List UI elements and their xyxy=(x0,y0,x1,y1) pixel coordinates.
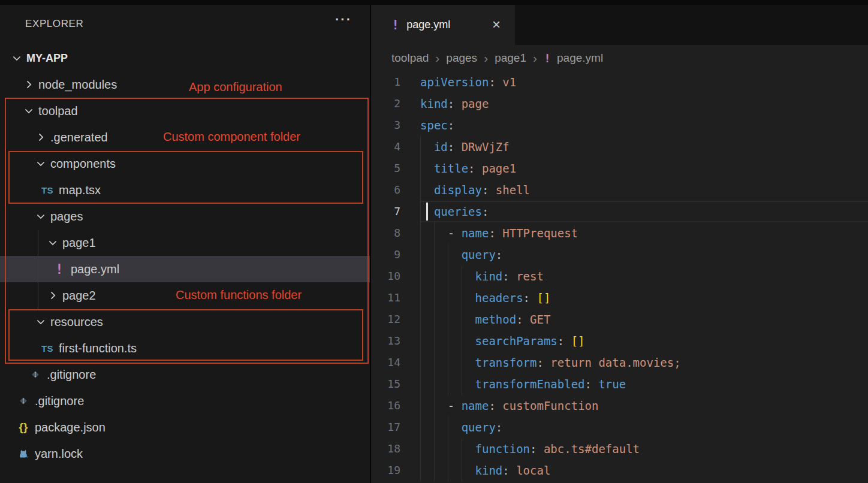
code-line-11: 11headers: [] xyxy=(372,287,868,309)
tree-item-toolpad[interactable]: toolpad xyxy=(0,98,370,124)
line-number[interactable]: 17 xyxy=(372,416,400,438)
code-line-10: 10kind: rest xyxy=(372,265,868,287)
tree-item-resources[interactable]: resources xyxy=(0,309,370,335)
tree-item-my-app[interactable]: MY-APP xyxy=(0,45,370,71)
line-number[interactable]: 9 xyxy=(372,244,400,265)
editor-group: ! page.yml × toolpad›pages›page1›!page.y… xyxy=(372,0,868,483)
chevron-down-icon xyxy=(11,52,23,64)
tree-item-label: toolpad xyxy=(38,104,78,118)
tree-item--gitignore[interactable]: .gitignore xyxy=(0,361,370,388)
title-bar-edge xyxy=(0,0,868,5)
chevron-down-icon xyxy=(35,158,47,170)
tree-item-yarn-lock[interactable]: yarn.lock xyxy=(0,440,370,467)
tree-item-label: pages xyxy=(50,210,83,224)
line-number[interactable]: 15 xyxy=(372,373,400,395)
line-number[interactable]: 6 xyxy=(372,179,400,201)
git-icon xyxy=(17,395,30,407)
line-number[interactable]: 11 xyxy=(372,287,400,309)
tree-item-label: yarn.lock xyxy=(35,447,83,461)
line-content: apiVersion: v1 xyxy=(420,71,868,93)
line-content: - name: HTTPrequest xyxy=(420,222,868,244)
close-icon[interactable]: × xyxy=(492,17,501,32)
chevron-right-icon xyxy=(47,289,59,301)
chevron-down-icon xyxy=(23,105,35,117)
tree-item-label: .gitignore xyxy=(35,394,84,408)
code-line-6: 6display: shell xyxy=(372,179,868,201)
code-line-17: 17query: xyxy=(372,416,868,438)
tree-item-map-tsx[interactable]: TSmap.tsx xyxy=(0,177,370,203)
tree-item-first-function-ts[interactable]: TSfirst-function.ts xyxy=(0,335,370,361)
breadcrumb-item-current[interactable]: page.yml xyxy=(557,52,603,65)
code-editor[interactable]: 1apiVersion: v12kind: page3spec:4id: DRw… xyxy=(372,71,868,481)
line-number[interactable]: 1 xyxy=(372,71,400,93)
line-number[interactable]: 19 xyxy=(372,460,400,481)
code-line-14: 14transform: return data.movies; xyxy=(372,352,868,373)
line-content: id: DRwVjZf xyxy=(420,136,868,158)
tree-item-label: resources xyxy=(50,315,103,329)
tree-item-page1[interactable]: page1 xyxy=(0,230,370,256)
tree-item-label: components xyxy=(50,157,116,171)
tree-item-page-yml[interactable]: !page.yml xyxy=(0,256,370,282)
line-content: searchParams: [] xyxy=(420,330,868,352)
chevron-right-icon xyxy=(35,131,47,143)
line-content: kind: local xyxy=(420,460,868,481)
tree-item-label: map.tsx xyxy=(59,183,101,197)
line-content: spec: xyxy=(420,114,868,136)
breadcrumb-item-toolpad[interactable]: toolpad xyxy=(391,52,429,65)
code-line-5: 5title: page1 xyxy=(372,158,868,179)
tab-page-yml[interactable]: ! page.yml × xyxy=(372,3,515,45)
code-line-18: 18function: abc.ts#default xyxy=(372,438,868,460)
code-line-9: 9query: xyxy=(372,244,868,265)
explorer-header: EXPLORER ··· xyxy=(0,5,370,43)
tree-item-pages[interactable]: pages xyxy=(0,203,370,230)
line-number[interactable]: 4 xyxy=(372,136,400,158)
explorer-title: EXPLORER xyxy=(0,18,83,30)
breadcrumb-separator: › xyxy=(533,51,537,65)
breadcrumb-item-pages[interactable]: pages xyxy=(446,52,477,65)
tab-bar: ! page.yml × xyxy=(372,0,868,45)
line-number[interactable]: 13 xyxy=(372,330,400,352)
typescript-icon: TS xyxy=(41,185,54,195)
warning-icon: ! xyxy=(53,261,66,277)
tree-item--gitignore[interactable]: .gitignore xyxy=(0,388,370,414)
breadcrumb: toolpad›pages›page1›!page.yml xyxy=(372,45,868,71)
code-line-15: 15transformEnabled: true xyxy=(372,373,868,395)
line-number[interactable]: 18 xyxy=(372,438,400,460)
json-braces-icon: {} xyxy=(17,421,30,434)
tree-item-label: page.yml xyxy=(71,262,119,276)
typescript-icon: TS xyxy=(41,343,54,354)
chevron-down-icon xyxy=(35,210,47,222)
line-content: method: GET xyxy=(420,309,868,330)
vscode-window: EXPLORER ··· MY-APPnode_modulestoolpad.g… xyxy=(0,0,868,483)
line-number[interactable]: 14 xyxy=(372,352,400,373)
warning-icon: ! xyxy=(391,17,399,32)
tree-item-label: page1 xyxy=(62,236,96,250)
line-content: title: page1 xyxy=(420,158,868,179)
line-number[interactable]: 8 xyxy=(372,222,400,244)
line-number[interactable]: 16 xyxy=(372,395,400,416)
code-line-13: 13searchParams: [] xyxy=(372,330,868,352)
tree-item-label: node_modules xyxy=(38,78,117,92)
tree-item-label: MY-APP xyxy=(26,52,68,65)
line-content: query: xyxy=(420,244,868,265)
breadcrumb-item-page1[interactable]: page1 xyxy=(495,52,526,65)
line-number[interactable]: 7 xyxy=(372,201,400,222)
line-number[interactable]: 10 xyxy=(372,265,400,287)
line-content: headers: [] xyxy=(420,287,868,309)
tree-indent-guide xyxy=(38,230,38,309)
tree-item-page2[interactable]: page2 xyxy=(0,282,370,309)
line-content: queries: xyxy=(420,201,868,222)
line-content: kind: rest xyxy=(420,265,868,287)
tree-item--generated[interactable]: .generated xyxy=(0,124,370,150)
code-line-12: 12method: GET xyxy=(372,309,868,330)
line-number[interactable]: 5 xyxy=(372,158,400,179)
line-number[interactable]: 3 xyxy=(372,114,400,136)
tree-item-node-modules[interactable]: node_modules xyxy=(0,71,370,98)
line-content: function: abc.ts#default xyxy=(420,438,868,460)
tree-item-package-json[interactable]: {}package.json xyxy=(0,414,370,440)
line-number[interactable]: 12 xyxy=(372,309,400,330)
tree-item-components[interactable]: components xyxy=(0,150,370,177)
yarn-cat-icon xyxy=(17,448,30,460)
line-number[interactable]: 2 xyxy=(372,93,400,114)
more-actions-icon[interactable]: ··· xyxy=(335,13,352,26)
